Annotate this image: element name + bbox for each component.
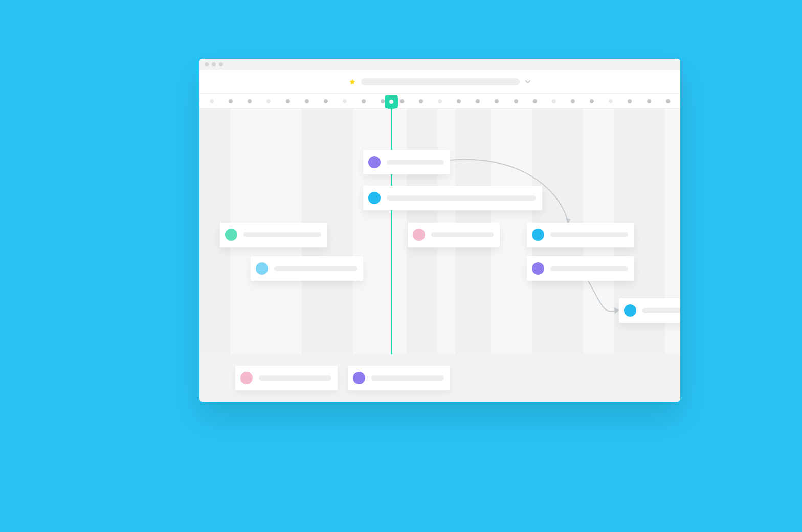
timeline-tick[interactable]	[609, 99, 613, 103]
timeline-tick[interactable]	[266, 99, 271, 103]
timeline-tick[interactable]	[210, 99, 214, 103]
timeline-tick[interactable]	[514, 99, 518, 103]
assignee-avatar	[624, 304, 636, 317]
project-title-placeholder[interactable]	[361, 78, 520, 85]
task-title-placeholder	[387, 195, 536, 201]
task-title-placeholder	[431, 232, 494, 237]
traffic-close[interactable]	[205, 62, 209, 66]
timeline-tick[interactable]	[400, 99, 404, 103]
timeline-tick[interactable]	[666, 99, 670, 103]
task-card[interactable]	[363, 186, 542, 210]
timeline-tick[interactable]	[457, 99, 461, 103]
timeline-tick[interactable]	[647, 99, 651, 103]
timeline-canvas[interactable]	[199, 109, 680, 354]
window-titlebar	[199, 59, 680, 70]
timeline-tick[interactable]	[419, 99, 423, 103]
timeline-tick[interactable]	[286, 99, 290, 103]
task-card[interactable]	[251, 256, 363, 281]
task-card[interactable]	[408, 223, 500, 247]
timeline-tick[interactable]	[324, 99, 328, 103]
assignee-avatar	[413, 229, 425, 241]
task-card[interactable]	[527, 256, 634, 281]
browser-window	[199, 59, 680, 402]
timeline-tick[interactable]	[628, 99, 632, 103]
chevron-down-icon[interactable]	[525, 79, 531, 85]
traffic-zoom[interactable]	[219, 62, 223, 66]
task-title-placeholder	[371, 375, 444, 381]
task-card[interactable]	[619, 298, 680, 323]
timeline-tick[interactable]	[571, 99, 575, 103]
assignee-avatar	[532, 262, 544, 275]
task-card[interactable]	[235, 366, 338, 390]
unscheduled-tray[interactable]	[199, 354, 680, 402]
assignee-avatar	[368, 156, 381, 168]
assignee-avatar	[532, 229, 544, 241]
task-title-placeholder	[387, 160, 444, 165]
task-title-placeholder	[642, 308, 680, 313]
task-card[interactable]	[363, 150, 450, 174]
today-line	[391, 109, 392, 354]
assignee-avatar	[225, 229, 237, 241]
task-title-placeholder	[550, 232, 628, 237]
task-card[interactable]	[220, 223, 327, 247]
task-title-placeholder	[259, 375, 331, 381]
traffic-minimize[interactable]	[212, 62, 216, 66]
timeline-tick[interactable]	[590, 99, 594, 103]
assignee-avatar	[256, 262, 268, 275]
task-title-placeholder	[550, 266, 628, 271]
task-title-placeholder	[274, 266, 357, 271]
timeline-ruler[interactable]	[199, 94, 680, 109]
task-title-placeholder	[243, 232, 321, 237]
timeline-tick[interactable]	[476, 99, 480, 103]
task-card[interactable]	[348, 366, 450, 390]
timeline-tick[interactable]	[438, 99, 442, 103]
assignee-avatar	[353, 372, 365, 384]
timeline-tick[interactable]	[362, 99, 366, 103]
star-icon[interactable]	[349, 78, 356, 85]
task-card[interactable]	[527, 223, 634, 247]
app-header	[199, 70, 680, 94]
timeline-tick[interactable]	[305, 99, 309, 103]
timeline-tick[interactable]	[229, 99, 233, 103]
timeline-tick[interactable]	[343, 99, 347, 103]
timeline-tick[interactable]	[495, 99, 499, 103]
assignee-avatar	[240, 372, 253, 384]
current-day-marker[interactable]	[385, 95, 398, 108]
timeline-tick[interactable]	[248, 99, 252, 103]
timeline-tick[interactable]	[552, 99, 556, 103]
timeline-tick[interactable]	[533, 99, 537, 103]
assignee-avatar	[368, 192, 381, 204]
